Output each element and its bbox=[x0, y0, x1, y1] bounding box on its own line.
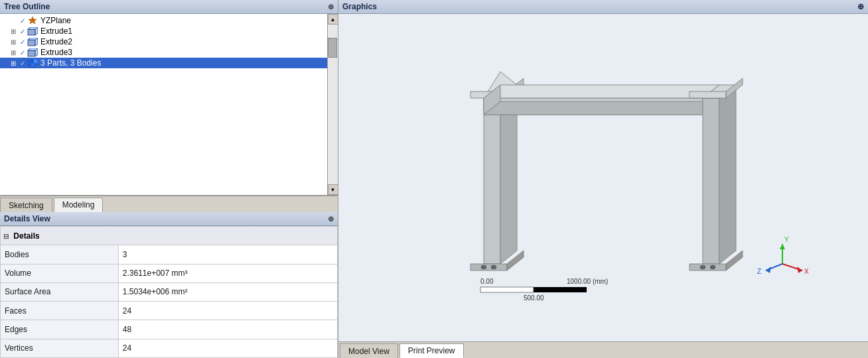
table-row: Vertices 24 bbox=[1, 339, 338, 357]
svg-text:1000.00 (mm): 1000.00 (mm) bbox=[567, 278, 608, 285]
svg-marker-25 bbox=[484, 85, 719, 98]
tree-items: ✓ YZPlane ⊞ ✓ bbox=[0, 14, 327, 195]
expand-icon-e2: ⊞ bbox=[11, 38, 20, 46]
parts-icon bbox=[27, 58, 38, 68]
svg-text:500.00: 500.00 bbox=[524, 294, 544, 302]
check-icon-e1: ✓ bbox=[20, 28, 25, 35]
svg-rect-41 bbox=[534, 287, 587, 292]
scrollbar-down[interactable]: ▼ bbox=[328, 184, 338, 195]
prop-value-faces: 24 bbox=[118, 302, 337, 320]
svg-point-35 bbox=[700, 265, 705, 269]
expand-icon bbox=[11, 17, 20, 25]
prop-name-faces: Faces bbox=[1, 302, 119, 320]
main-layout: Tree Outline ⊕ ✓ YZPlane bbox=[0, 0, 868, 358]
svg-marker-14 bbox=[484, 98, 500, 264]
tree-item-extrude2[interactable]: ⊞ ✓ Extrude2 bbox=[0, 36, 327, 47]
tree-item-3parts[interactable]: ⊞ ✓ 3 Parts, 3 Bodies bbox=[0, 58, 327, 68]
prop-value-volume: 2.3611e+007 mm³ bbox=[118, 264, 337, 282]
prop-value-bodies: 3 bbox=[118, 245, 337, 264]
check-icon-3p: ✓ bbox=[20, 60, 25, 67]
prop-name-volume: Volume bbox=[1, 264, 119, 282]
svg-marker-33 bbox=[689, 91, 726, 98]
prop-name-vertices: Vertices bbox=[1, 339, 119, 357]
table-row: Bodies 3 bbox=[1, 245, 338, 264]
svg-point-21 bbox=[481, 265, 486, 269]
tab-model-view[interactable]: Model View bbox=[340, 343, 398, 358]
svg-rect-40 bbox=[480, 287, 534, 292]
prop-value-vertices: 24 bbox=[118, 339, 337, 357]
svg-marker-24 bbox=[484, 101, 719, 115]
tree-scrollbar: ▲ ▼ bbox=[327, 14, 338, 195]
svg-rect-1 bbox=[28, 29, 35, 35]
prop-name-edges: Edges bbox=[1, 320, 119, 339]
plane-icon bbox=[27, 16, 38, 25]
table-row: Faces 24 bbox=[1, 302, 338, 320]
svg-marker-29 bbox=[719, 85, 736, 264]
extrude2-icon bbox=[27, 37, 38, 46]
prop-name-surface: Surface Area bbox=[1, 282, 119, 301]
check-icon-e2: ✓ bbox=[20, 38, 25, 46]
graphics-title: Graphics bbox=[342, 2, 377, 11]
details-view-panel: Details View ⊕ ⊟ Details Bodies 3 bbox=[0, 212, 338, 358]
details-view-header: Details View ⊕ bbox=[0, 212, 338, 226]
check-icon-e3: ✓ bbox=[20, 49, 25, 56]
mode-tabs: Sketching Modeling bbox=[0, 196, 338, 212]
svg-marker-31 bbox=[689, 264, 726, 270]
svg-text:Z: Z bbox=[757, 268, 761, 275]
scrollbar-track[interactable] bbox=[328, 25, 338, 184]
tree-item-yzplane[interactable]: ✓ YZPlane bbox=[0, 15, 327, 26]
tab-modeling[interactable]: Modeling bbox=[54, 198, 104, 212]
graphics-header: Graphics ⊕ bbox=[338, 0, 868, 14]
details-view-title: Details View bbox=[4, 214, 50, 223]
tab-print-preview[interactable]: Print Preview bbox=[399, 343, 464, 358]
yzplane-label: YZPlane bbox=[40, 16, 71, 25]
model-viewport: 0.00 1000.00 (mm) 500.00 Y bbox=[338, 14, 868, 341]
3parts-label: 3 Parts, 3 Bodies bbox=[40, 58, 101, 68]
graphics-pin[interactable]: ⊕ bbox=[857, 2, 864, 11]
top-beam bbox=[484, 85, 719, 115]
details-view-pin[interactable]: ⊕ bbox=[328, 215, 334, 223]
graphics-tabs: Model View Print Preview bbox=[338, 341, 868, 358]
model-svg: 0.00 1000.00 (mm) 500.00 Y bbox=[378, 38, 829, 317]
prop-value-surface: 1.5034e+006 mm² bbox=[118, 282, 337, 301]
prop-value-edges: 48 bbox=[118, 320, 337, 339]
table-row: Surface Area 1.5034e+006 mm² bbox=[1, 282, 338, 301]
extrude3-label: Extrude3 bbox=[40, 48, 72, 57]
scrollbar-up[interactable]: ▲ bbox=[328, 14, 338, 25]
details-table: ⊟ Details Bodies 3 Volume 2.3611e+007 mm… bbox=[0, 226, 338, 358]
expand-icon-e3: ⊞ bbox=[11, 49, 20, 56]
extrude1-icon bbox=[27, 27, 38, 36]
extrude3-icon bbox=[27, 48, 38, 57]
svg-point-36 bbox=[710, 265, 715, 269]
extrude2-label: Extrude2 bbox=[40, 37, 72, 46]
svg-rect-4 bbox=[28, 40, 35, 46]
table-row: Edges 48 bbox=[1, 320, 338, 339]
tree-outline-title: Tree Outline bbox=[4, 2, 50, 11]
tree-item-extrude3[interactable]: ⊞ ✓ Extrude3 bbox=[0, 47, 327, 58]
svg-rect-13 bbox=[378, 38, 829, 317]
svg-text:Y: Y bbox=[784, 236, 789, 243]
table-row: Volume 2.3611e+007 mm³ bbox=[1, 264, 338, 282]
svg-marker-0 bbox=[29, 17, 36, 24]
tree-item-extrude1[interactable]: ⊞ ✓ Extrude1 bbox=[0, 26, 327, 36]
expand-icon-3p: ⊞ bbox=[11, 60, 20, 67]
svg-text:0.00: 0.00 bbox=[480, 278, 494, 285]
right-panel: Graphics ⊕ bbox=[338, 0, 868, 358]
extrude1-label: Extrude1 bbox=[40, 27, 72, 36]
tree-outline-header: Tree Outline ⊕ bbox=[0, 0, 338, 14]
svg-text:X: X bbox=[804, 268, 809, 275]
details-group-header: ⊟ Details bbox=[1, 227, 338, 245]
tree-outline-panel: Tree Outline ⊕ ✓ YZPlane bbox=[0, 0, 338, 196]
graphics-content[interactable]: 0.00 1000.00 (mm) 500.00 Y bbox=[338, 14, 868, 341]
svg-rect-7 bbox=[28, 50, 35, 56]
group-label: Details bbox=[13, 231, 39, 241]
prop-name-bodies: Bodies bbox=[1, 245, 119, 264]
svg-marker-28 bbox=[703, 98, 719, 264]
expand-icon-e1: ⊞ bbox=[11, 28, 20, 35]
collapse-icon[interactable]: ⊟ bbox=[3, 233, 9, 240]
scrollbar-thumb[interactable] bbox=[328, 38, 337, 58]
tree-content: ✓ YZPlane ⊞ ✓ bbox=[0, 14, 338, 195]
tree-outline-pin[interactable]: ⊕ bbox=[328, 3, 334, 11]
tab-sketching[interactable]: Sketching bbox=[0, 198, 52, 212]
left-panel: Tree Outline ⊕ ✓ YZPlane bbox=[0, 0, 338, 358]
